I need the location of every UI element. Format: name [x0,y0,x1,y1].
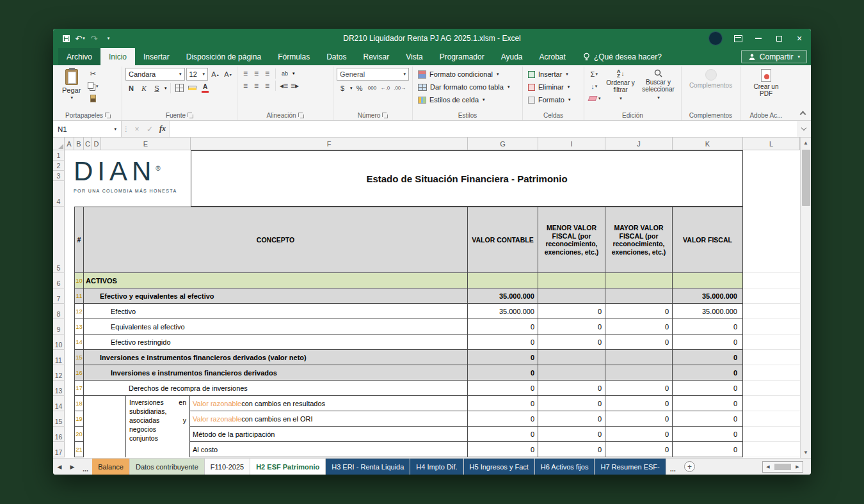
ribbon-tab-insertar[interactable]: Insertar [135,48,178,65]
cell-code[interactable]: 20 [74,427,84,442]
sheet-tab-h6-activos-fijos[interactable]: H6 Activos fijos [535,459,595,475]
cell-valor-contable[interactable]: 35.000.000 [468,304,538,319]
font-name-select[interactable]: Candara▾ [125,68,185,81]
row-header[interactable]: 3 [53,171,65,181]
cell-valor-contable[interactable]: 0 [468,365,538,381]
cell-menor-valor[interactable] [538,365,605,381]
increase-decimal-icon[interactable]: ←.0 [380,85,392,91]
cell-concepto[interactable]: Equivalentes al efectivo [84,319,468,335]
header-valor-fiscal[interactable]: VALOR FISCAL [673,207,743,273]
ribbon-tab-acrobat[interactable]: Acrobat [531,48,574,65]
cell-mayor-valor[interactable]: 0 [605,319,673,335]
ribbon-tab-inicio[interactable]: Inicio [100,48,135,65]
worksheet[interactable]: DIAN® POR UNA COLOMBIA MÁS HONESTA Estad… [65,150,800,458]
cell-concepto[interactable]: Efectivo restringido [84,335,468,350]
sheet-nav-left-icon[interactable]: ◀ [53,459,66,475]
cell-valor-contable[interactable]: 0 [468,350,538,365]
align-top-button[interactable]: ≡ [241,69,250,78]
cell-valor-fiscal[interactable] [673,273,743,288]
align-middle-button[interactable]: ≡ [252,69,261,78]
row-header[interactable]: 2 [53,161,65,171]
undo-button[interactable]: ↶▾ [74,31,86,46]
cell-valor-contable[interactable]: 0 [468,381,538,396]
save-button[interactable] [60,31,72,46]
row-header[interactable]: 9 [53,319,65,335]
cell-menor-valor[interactable]: 0 [538,304,605,319]
fill-color-button[interactable] [187,83,198,93]
cell-valor-fiscal[interactable]: 0 [673,319,743,335]
cell-valor-fiscal[interactable]: 0 [673,427,743,442]
cell-valor-contable[interactable]: 0 [468,335,538,350]
sheet-tab-h4-impto-dif[interactable]: H4 Impto Dif. [410,459,463,475]
currency-format-button[interactable]: $ [337,83,348,93]
vertical-scroll-thumb[interactable] [802,150,810,206]
conditional-formatting-button[interactable]: Formato condicional▾ [416,68,519,81]
ribbon-tab-revisar[interactable]: Revisar [355,48,398,65]
row-header[interactable]: 7 [53,288,65,304]
fill-button[interactable]: ↓▾ [588,81,601,91]
row-header[interactable]: 14 [53,396,65,411]
cell-code[interactable]: 10 [74,273,84,288]
cell-code[interactable]: 11 [74,288,84,304]
col-header-a[interactable]: A [65,138,74,150]
vertical-scrollbar[interactable]: ▲ ▼ [800,138,811,458]
decrease-indent-button[interactable]: ◂≡ [279,81,289,90]
cell-valor-contable[interactable]: 0 [468,442,538,457]
cell-menor-valor[interactable]: 0 [538,396,605,411]
cell-mayor-valor[interactable]: 0 [605,381,673,396]
cell-mayor-valor[interactable]: 0 [605,335,673,350]
collapse-ribbon-icon[interactable] [800,111,806,118]
cell-valor-fiscal[interactable]: 0 [673,442,743,457]
align-left-button[interactable]: ≡ [241,81,250,90]
format-painter-button[interactable] [87,93,99,104]
cell-menor-valor[interactable]: 0 [538,427,605,442]
tell-me-box[interactable]: ¿Qué desea hacer? [583,48,662,65]
ribbon-display-options-button[interactable] [728,29,748,48]
cell-mayor-valor[interactable] [605,365,673,381]
dialog-launcher-icon[interactable] [382,113,388,118]
cell-valor-contable[interactable]: 0 [468,319,538,335]
borders-button[interactable] [174,83,186,93]
col-header-j[interactable]: J [605,138,673,150]
row-header[interactable]: 15 [53,411,65,427]
format-as-table-button[interactable]: Dar formato como tabla▾ [416,81,519,93]
ribbon-tab-vista[interactable]: Vista [397,48,431,65]
dialog-launcher-icon[interactable] [188,113,193,118]
underline-button[interactable]: S [151,83,163,93]
cell-menor-valor[interactable]: 0 [538,381,605,396]
cell-valor-contable[interactable] [468,273,538,288]
horizontal-scroll-thumb[interactable] [774,464,791,470]
cell-mayor-valor[interactable] [605,273,673,288]
close-button[interactable]: × [789,29,810,48]
row-header[interactable]: 13 [53,381,65,396]
comma-format-button[interactable]: 000 [367,83,378,93]
header-menor-valor[interactable]: MENOR VALOR FISCAL (por reconocimiento, … [538,207,605,273]
align-center-button[interactable]: ≡ [252,81,261,90]
header-num[interactable]: # [74,207,84,273]
copy-button[interactable]: ▾ [87,81,99,91]
col-header-l[interactable]: L [743,138,800,150]
bold-button[interactable]: N [125,83,137,93]
ribbon-tab-archivo[interactable]: Archivo [58,48,100,65]
percent-format-button[interactable]: % [354,83,365,93]
create-pdf-button[interactable]: Crear un PDF [748,68,784,97]
sheet-nav-right-icon[interactable]: ▶ [66,459,79,475]
find-select-button[interactable]: Buscar y seleccionar ▾ [641,68,676,101]
autosum-button[interactable]: Σ▾ [588,68,601,79]
cancel-entry-icon[interactable]: × [131,121,143,137]
more-sheets-right[interactable]: ... [666,459,680,475]
cut-button[interactable]: ✂ [87,68,99,79]
row-header[interactable]: 8 [53,304,65,319]
cell-mayor-valor[interactable]: 0 [605,427,673,442]
header-valor-contable[interactable]: VALOR CONTABLE [468,207,538,273]
row-header[interactable]: 1 [53,150,65,161]
cell-code[interactable]: 21 [74,442,84,457]
ribbon-tab-formulas[interactable]: Fórmulas [269,48,318,65]
cell-mayor-valor[interactable] [605,350,673,365]
cell-code[interactable]: 18 [74,396,84,411]
cell-valor-fiscal[interactable]: 0 [673,365,743,381]
account-badge[interactable] [708,31,723,45]
col-header-e[interactable]: E [101,138,191,150]
ribbon-tab-ayuda[interactable]: Ayuda [493,48,531,65]
row-header[interactable]: 10 [53,335,65,350]
